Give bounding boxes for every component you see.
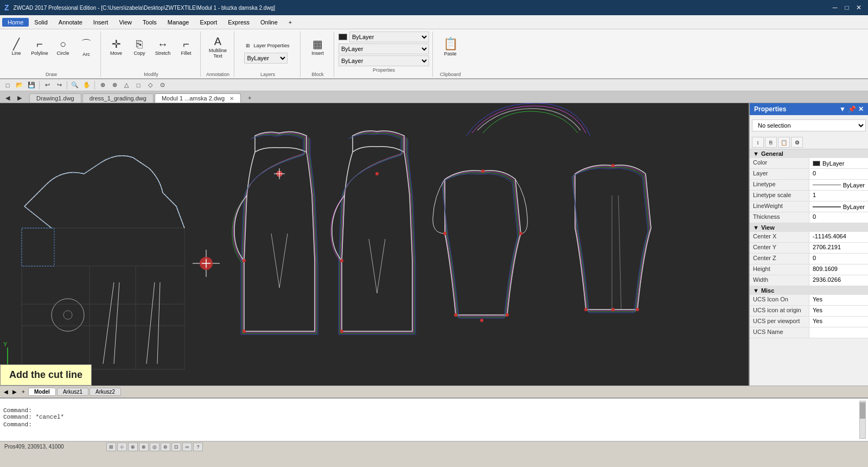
document-tabs: ◀ ▶ Drawing1.dwg dress_1_grading.dwg Mod… [0,91,868,103]
svg-point-43 [636,308,639,311]
bottom-tab-arkusz1[interactable]: Arkusz1 [57,388,88,396]
menu-solid[interactable]: Solid [29,18,53,27]
modify-tools: ✛ Move ⎘ Copy ↔ Stretch ⌐ Fillet [105,31,197,71]
view-section-header[interactable]: ▼View [750,223,868,232]
prop-paste-button[interactable]: 📋 [778,137,790,148]
app-title: ZWCAD 2017 Professional Edition - [C:\Us… [14,5,275,11]
tab-next-button[interactable]: ▶ [14,93,25,103]
qp-button[interactable]: ? [193,443,203,451]
multiline-text-button[interactable]: A MultilineText [207,31,229,62]
svg-point-30 [340,330,343,333]
menu-annotate[interactable]: Annotate [53,18,88,27]
ribbon-block-group: ▦ Insert Block [302,31,334,77]
coords-display: Pros409, 230913, 41000 [4,444,102,450]
snap-btn2[interactable]: ⊗ [109,80,120,90]
layer-select[interactable]: ByLayer 0 [244,53,288,64]
zoom-button[interactable]: 🔍 [69,80,80,90]
draw-circle-button[interactable]: ○ Circle [52,31,74,62]
draw-polyline-button[interactable]: ⌐ Polyline [29,31,50,62]
layer-properties-button[interactable]: ⊞Layer Properties [244,39,291,52]
bottom-tab-prev[interactable]: ◀ [2,388,10,396]
bottom-tab-next[interactable]: ▶ [11,388,18,396]
snap-btn6[interactable]: ⊙ [157,80,168,90]
grid-button[interactable]: ⊞ [106,443,116,451]
menu-home[interactable]: Home [2,18,29,27]
svg-point-34 [519,232,522,235]
prop-centery-row: Center Y 2706.2191 [750,243,868,254]
misc-section-header[interactable]: ▼Misc [750,286,868,295]
general-section-header[interactable]: ▼General [750,149,868,158]
new-button[interactable]: □ [2,80,13,90]
modify-copy-button[interactable]: ⎘ Copy [129,31,150,62]
draw-line-button[interactable]: ╱ Line [5,31,27,62]
bottom-tab-arkusz2[interactable]: Arkusz2 [90,388,121,396]
thickness-key: Thickness [750,212,809,223]
linetype-select[interactable]: ByLayer [339,43,429,54]
maximize-button[interactable]: □ [842,3,852,12]
command-input[interactable] [34,421,865,428]
properties-header-controls: ▼ 📌 ✕ [839,105,864,113]
modify-fillet-button[interactable]: ⌐ Fillet [175,31,197,62]
tab-modul1-close[interactable]: ✕ [229,96,234,102]
prop-settings-button[interactable]: ⚙ [791,137,803,148]
menu-manage[interactable]: Manage [162,18,195,27]
cut-line-text: Add the cut line [9,369,82,380]
snap-btn1[interactable]: ⊕ [97,80,108,90]
selection-dropdown[interactable]: No selection [752,119,866,131]
tab-new-button[interactable]: + [244,93,255,103]
menu-more[interactable]: + [283,18,297,27]
canvas-area[interactable]: Y X ✕ [0,103,749,386]
draw-arc-button[interactable]: ⌒ Arc [75,31,97,62]
menu-online[interactable]: Online [255,18,283,27]
insert-block-button[interactable]: ▦ Insert [307,31,329,62]
menu-express[interactable]: Express [222,18,255,27]
canvas-svg: Y X ✕ [0,103,749,386]
save-button[interactable]: 💾 [26,80,37,90]
prop-copy-button[interactable]: ⎘ [765,137,777,148]
otrack-button[interactable]: ⊛ [161,443,170,451]
command-scrollthumb[interactable] [860,402,865,419]
ribbon-properties-group: ByLayer ByLayer ByLayer Properties [335,31,433,77]
properties-close-button[interactable]: ✕ [858,105,864,113]
svg-point-35 [454,313,457,317]
osnap-button[interactable]: ◎ [150,443,159,451]
redo-button[interactable]: ↪ [54,80,65,90]
snap-btn4[interactable]: □ [133,80,144,90]
snap-button[interactable]: ⊹ [117,443,127,451]
modify-move-button[interactable]: ✛ Move [105,31,127,62]
menu-tools[interactable]: Tools [137,18,162,27]
minimize-button[interactable]: ─ [830,3,840,12]
lineweight-select[interactable]: ByLayer [339,55,429,66]
close-button[interactable]: ✕ [854,3,864,12]
undo-button[interactable]: ↩ [42,80,53,90]
tab-modul1[interactable]: Modul 1 ...amska 2.dwg ✕ [155,93,241,103]
bottom-tab-add[interactable]: + [20,388,27,396]
height-key: Height [750,264,809,275]
snap-btn5[interactable]: ◇ [145,80,156,90]
command-scrollbar[interactable] [859,401,866,439]
menu-export[interactable]: Export [194,18,222,27]
prop-layer-row: Layer 0 [750,169,868,180]
bottom-tab-model[interactable]: Model [28,388,56,396]
tab-dress-grading[interactable]: dress_1_grading.dwg [82,93,154,103]
draw-label: Draw [46,72,57,77]
open-button[interactable]: 📂 [14,80,25,90]
color-select[interactable]: ByLayer [349,31,429,42]
tab-drawing1[interactable]: Drawing1.dwg [29,93,81,103]
snap-btn3[interactable]: △ [121,80,132,90]
prop-ucsperviewport-row: UCS per viewport Yes [750,317,868,327]
ortho-button[interactable]: ⊕ [128,443,138,451]
lweight-button[interactable]: ═ [182,443,192,451]
properties-pin-button[interactable]: 📌 [848,105,856,113]
modify-stretch-button[interactable]: ↔ Stretch [152,31,174,62]
menu-view[interactable]: View [113,18,137,27]
polar-button[interactable]: ⊗ [139,443,149,451]
properties-toggle-button[interactable]: ▼ [839,105,846,113]
svg-point-32 [481,169,484,173]
tab-prev-button[interactable]: ◀ [2,93,13,103]
pan-button[interactable]: ✋ [81,80,92,90]
menu-insert[interactable]: Insert [88,18,114,27]
paste-button[interactable]: 📋 Paste [439,31,461,62]
prop-toggle-value-button[interactable]: ↕ [752,137,764,148]
dynin-button[interactable]: ⊡ [171,443,181,451]
